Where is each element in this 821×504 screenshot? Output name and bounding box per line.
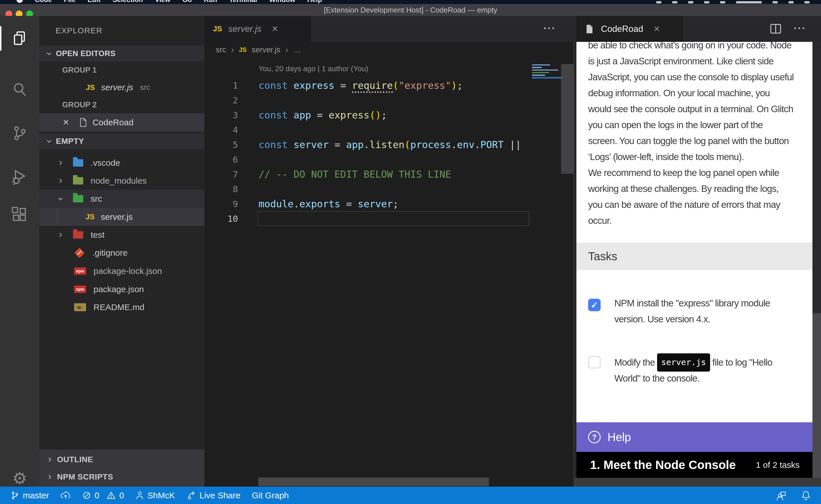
tree-item-node-modules[interactable]: node_modules xyxy=(39,172,204,190)
editor-group-2-label[interactable]: GROUP 2 xyxy=(39,96,204,113)
editor-horizontal-scrollbar[interactable] xyxy=(258,478,489,486)
code-line[interactable]: 10 xyxy=(204,211,573,226)
tab-label: CodeRoad xyxy=(601,24,643,34)
code-line[interactable]: 2 xyxy=(204,93,573,108)
coderoad-content: be able to check what’s going on in your… xyxy=(576,42,812,478)
open-editor-path: src xyxy=(140,83,150,92)
open-editors-section-header[interactable]: OPEN EDITORS xyxy=(39,46,204,62)
tree-item-src[interactable]: src xyxy=(39,190,204,208)
source-control-icon[interactable] xyxy=(0,120,39,146)
extensions-icon[interactable] xyxy=(0,202,39,228)
breadcrumb[interactable]: src › JS server.js › … xyxy=(216,42,301,58)
menu-item[interactable]: Terminal xyxy=(229,0,257,4)
panel-divider[interactable] xyxy=(573,16,574,487)
webview-scrollbar[interactable] xyxy=(812,42,821,478)
help-question-icon: ? xyxy=(588,431,600,443)
inline-code-chip: server.js xyxy=(657,353,710,372)
breadcrumb-file[interactable]: server.js xyxy=(252,46,281,54)
vscode-folder-icon xyxy=(73,159,83,167)
task-2-text: Modify the server.js file to log "Hello … xyxy=(614,355,772,386)
code-line[interactable]: 1const express = require("express"); xyxy=(204,78,573,93)
menu-item[interactable]: Selection xyxy=(113,0,143,4)
tree-item-test[interactable]: test xyxy=(39,226,204,244)
menu-item[interactable]: File xyxy=(64,0,75,4)
workspace-label: EMPTY xyxy=(56,137,84,146)
tasks-title: Tasks xyxy=(588,250,617,263)
js-file-icon: JS xyxy=(85,212,95,221)
js-file-icon: JS xyxy=(86,83,95,92)
tree-item-readme[interactable]: M↓ README.md xyxy=(39,298,204,316)
panel-bottom-strip xyxy=(573,478,821,487)
help-section-header[interactable]: ? Help xyxy=(576,422,812,452)
tree-item-gitignore[interactable]: .gitignore xyxy=(39,244,204,262)
lesson-title-bar[interactable]: 1. Meet the Node Console 1 of 2 tasks xyxy=(576,452,812,478)
close-editor-icon[interactable]: ✕ xyxy=(63,118,69,127)
tab-coderoad[interactable]: CodeRoad ✕ xyxy=(576,16,683,42)
menu-item[interactable]: View xyxy=(155,0,170,4)
editor-tab-bar: JS server.js ✕ ⋯ xyxy=(204,16,573,42)
code-line[interactable]: 3const app = express(); xyxy=(204,108,573,122)
task-checkbox-checked[interactable]: ✓ xyxy=(588,299,600,311)
menu-item[interactable]: Help xyxy=(307,0,322,4)
code-line[interactable]: 8 xyxy=(204,182,573,196)
menu-item[interactable]: Edit xyxy=(87,0,100,4)
menu-item[interactable]: Code xyxy=(35,0,52,4)
code-area[interactable]: 1const express = require("express"); 2 3… xyxy=(204,78,573,226)
search-icon[interactable] xyxy=(0,76,39,103)
sync-status[interactable] xyxy=(60,491,71,500)
lesson-paragraph: be able to check what’s going on in your… xyxy=(588,42,794,229)
problems-status[interactable]: 0 0 xyxy=(82,491,124,500)
outline-section-header[interactable]: OUTLINE xyxy=(39,451,204,468)
explorer-icon[interactable] xyxy=(0,25,39,51)
js-file-icon: JS xyxy=(213,24,222,33)
codelens-annotation[interactable]: You, 20 days ago | 1 author (You) xyxy=(259,64,368,73)
open-editor-item-coderoad[interactable]: ✕ CodeRoad xyxy=(39,113,204,132)
menu-item[interactable]: Window xyxy=(269,0,295,4)
task-progress-badge: 1 of 2 tasks xyxy=(756,460,800,470)
code-line[interactable]: 4 xyxy=(204,122,573,137)
notifications-bell-icon[interactable] xyxy=(800,490,811,501)
code-line[interactable]: 7// -- DO NOT EDIT BELOW THIS LINE xyxy=(204,167,573,182)
window-title-bar: [Extension Development Host] - CodeRoad … xyxy=(0,4,821,16)
minimap[interactable] xyxy=(532,63,562,114)
close-tab-icon[interactable]: ✕ xyxy=(272,24,278,34)
node-modules-folder-icon xyxy=(73,177,83,185)
code-line[interactable]: 9module.exports = server; xyxy=(204,196,573,211)
close-tab-icon[interactable]: ✕ xyxy=(654,24,660,34)
git-graph-status[interactable]: Git Graph xyxy=(252,491,289,500)
open-editor-item-serverjs[interactable]: JS server.js src xyxy=(39,79,204,96)
npm-scripts-section-header[interactable]: NPM SCRIPTS xyxy=(39,469,204,485)
menu-item[interactable]: Go xyxy=(182,0,192,4)
code-line[interactable]: 5const server = app.listen(process.env.P… xyxy=(204,137,573,152)
editor-actions-more-icon[interactable]: ⋯ xyxy=(543,21,556,35)
indent-guide xyxy=(57,208,57,226)
cloud-upload-icon xyxy=(60,491,71,500)
editor-group-1-label[interactable]: GROUP 1 xyxy=(39,62,204,79)
breadcrumb-symbol[interactable]: … xyxy=(293,46,301,54)
section-label: OPEN EDITORS xyxy=(56,49,116,58)
workspace-section-header[interactable]: EMPTY xyxy=(39,133,204,149)
webview-scrollbar-thumb[interactable] xyxy=(812,313,821,478)
apple-menu-icon[interactable] xyxy=(17,0,23,3)
editor-vertical-scrollbar[interactable] xyxy=(561,64,573,174)
tree-item-serverjs[interactable]: JS server.js xyxy=(39,208,204,226)
tree-item-vscode[interactable]: .vscode xyxy=(39,154,204,172)
tree-item-package-lock[interactable]: npm package-lock.json xyxy=(39,262,204,280)
window-title: [Extension Development Host] - CodeRoad … xyxy=(0,4,821,16)
panel-actions-more-icon[interactable]: ⋯ xyxy=(793,21,806,35)
macos-menu-bar: Code File Edit Selection View Go Run Ter… xyxy=(0,0,821,4)
task-checkbox-unchecked[interactable] xyxy=(588,356,600,368)
help-label: Help xyxy=(607,431,631,444)
person-icon xyxy=(135,491,144,500)
user-account-status[interactable]: ShMcK xyxy=(135,491,175,500)
breadcrumb-folder[interactable]: src xyxy=(216,46,226,54)
split-editor-icon[interactable] xyxy=(770,23,782,34)
run-debug-icon[interactable] xyxy=(0,163,39,190)
feedback-icon[interactable] xyxy=(776,490,787,501)
tab-serverjs[interactable]: JS server.js ✕ xyxy=(204,16,311,42)
menu-item[interactable]: Run xyxy=(204,0,217,4)
code-line[interactable]: 6 xyxy=(204,152,573,167)
live-share-status[interactable]: Live Share xyxy=(186,491,240,500)
git-branch-status[interactable]: master xyxy=(10,491,49,500)
tree-item-package-json[interactable]: npm package.json xyxy=(39,280,204,298)
